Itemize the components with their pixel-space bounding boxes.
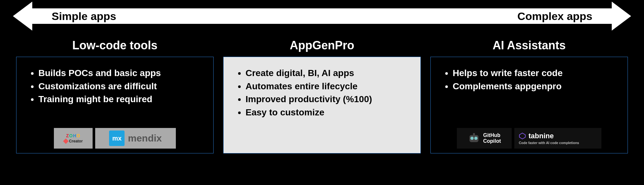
zoho-creator-logo: ZOHO Creator: [54, 128, 93, 149]
svg-point-1: [470, 137, 474, 140]
ai-logos: GitHub Copilot tabnine Code faster with …: [457, 128, 601, 149]
svg-rect-3: [473, 133, 475, 135]
list-item: Create digital, BI, AI apps: [246, 67, 411, 80]
mendix-mx-icon: mx: [109, 131, 125, 146]
hexagon-icon: [519, 132, 526, 140]
github-copilot-logo: GitHub Copilot: [457, 128, 512, 149]
list-item: Builds POCs and basic apps: [38, 67, 204, 80]
column-lowcode-box: Builds POCs and basic apps Customization…: [16, 57, 214, 153]
spectrum-right-label: Complex apps: [518, 10, 592, 23]
list-item: Training might be required: [38, 93, 204, 106]
zoho-creator-text: Creator: [69, 139, 83, 143]
comparison-columns: Low-code tools Builds POCs and basic app…: [16, 39, 628, 153]
svg-marker-4: [519, 133, 525, 139]
diamond-icon: [63, 139, 68, 144]
list-item: Easy to customize: [246, 106, 411, 119]
spectrum-left-label: Simple apps: [52, 10, 116, 23]
spectrum-bar: Simple apps Complex apps: [32, 8, 612, 24]
tabnine-wordmark: tabnine: [528, 132, 554, 140]
list-item: Customizations are difficult: [38, 80, 204, 93]
lowcode-bullets: Builds POCs and basic apps Customization…: [25, 67, 204, 106]
zoho-creator-label: Creator: [64, 139, 83, 143]
column-ai-title: AI Assistants: [430, 39, 628, 52]
column-appgenpro-box: Create digital, BI, AI apps Automates en…: [223, 57, 421, 153]
arrow-left-icon: [13, 2, 32, 31]
list-item: Automates entire lifecycle: [246, 80, 411, 93]
list-item: Improved productivity (%100): [246, 93, 411, 106]
column-ai-assistants: AI Assistants Helps to write faster code…: [430, 39, 628, 153]
list-item: Complements appgenpro: [453, 80, 619, 93]
column-appgenpro-title: AppGenPro: [223, 39, 421, 52]
github-label: GitHub: [483, 132, 501, 138]
svg-point-2: [474, 137, 478, 140]
copilot-label: Copilot: [483, 138, 501, 144]
column-ai-box: Helps to write faster code Complements a…: [430, 57, 628, 153]
complexity-spectrum: Simple apps Complex apps: [16, 3, 628, 29]
mendix-logo: mx mendix: [95, 128, 176, 149]
tabnine-logo: tabnine Code faster with AI code complet…: [514, 128, 601, 149]
zoho-wordmark: ZOHO: [66, 133, 80, 138]
appgenpro-bullets: Create digital, BI, AI apps Automates en…: [233, 67, 411, 119]
column-appgenpro: AppGenPro Create digital, BI, AI apps Au…: [223, 39, 421, 153]
column-lowcode: Low-code tools Builds POCs and basic app…: [16, 39, 214, 153]
list-item: Helps to write faster code: [453, 67, 619, 80]
copilot-icon: [468, 132, 480, 145]
mendix-wordmark: mendix: [128, 133, 162, 144]
ai-bullets: Helps to write faster code Complements a…: [440, 67, 619, 93]
arrow-right-icon: [612, 2, 631, 31]
column-lowcode-title: Low-code tools: [16, 39, 214, 52]
lowcode-logos: ZOHO Creator mx mendix: [54, 128, 176, 149]
tabnine-tagline: Code faster with AI code completions: [519, 141, 579, 145]
github-copilot-wordmark: GitHub Copilot: [483, 132, 501, 144]
